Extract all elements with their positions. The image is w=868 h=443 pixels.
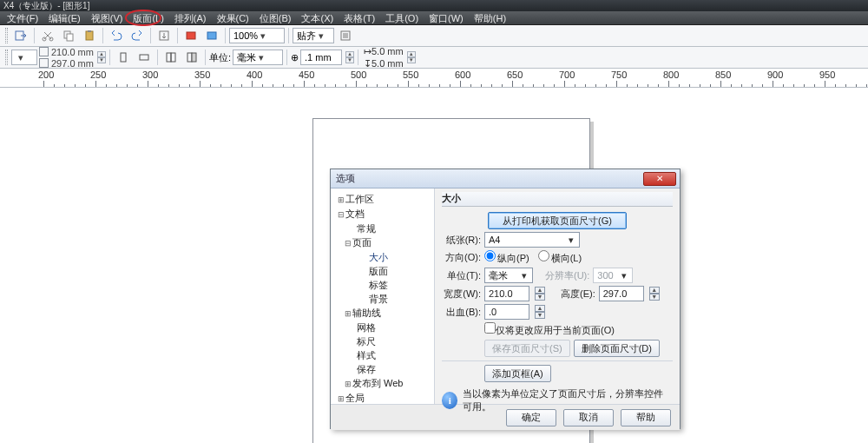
menu-bitmap[interactable]: 位图(B): [254, 11, 297, 24]
svg-rect-8: [187, 32, 195, 39]
menu-help[interactable]: 帮助(H): [469, 11, 511, 24]
height-spinner[interactable]: ▲▼: [649, 287, 660, 301]
dimension-spinner[interactable]: ▲▼: [97, 51, 106, 63]
zoom-combo[interactable]: 100% ▾: [229, 28, 285, 43]
menu-tools[interactable]: 工具(O): [380, 11, 424, 24]
chevron-down-icon: ▾: [16, 52, 26, 63]
dup-spinner[interactable]: ▲▼: [407, 51, 416, 63]
menu-bar: 文件(F) 编辑(E) 视图(V) 版面(L) 排列(A) 效果(C) 位图(B…: [0, 11, 868, 25]
tree-global[interactable]: ⊞全局: [331, 391, 434, 404]
horizontal-ruler[interactable]: 2002503003504004505005506006507007508008…: [0, 69, 868, 88]
chevron-down-icon: ▾: [256, 52, 266, 63]
chevron-down-icon: ▾: [618, 270, 630, 281]
svg-rect-16: [192, 53, 196, 62]
nudge-icon: ⊕: [291, 52, 299, 63]
menu-arrange[interactable]: 排列(A): [169, 11, 212, 24]
svg-rect-6: [88, 30, 91, 32]
copy-icon[interactable]: [59, 27, 78, 44]
portrait-icon[interactable]: [114, 49, 133, 66]
add-frame-button[interactable]: 添加页框(A): [484, 365, 551, 382]
cut-icon[interactable]: [38, 27, 57, 44]
nudge-value: .1 mm: [305, 52, 332, 63]
tree-publish-web[interactable]: ⊞发布到 Web: [331, 376, 434, 391]
tree-rulers[interactable]: 标尺: [331, 334, 434, 348]
menu-table[interactable]: 表格(T): [339, 11, 380, 24]
menu-effects[interactable]: 效果(C): [212, 11, 254, 24]
toolbar-handle[interactable]: [5, 28, 8, 43]
apply-current-checkbox[interactable]: 仅将更改应用于当前页面(O): [484, 322, 615, 337]
tree-background[interactable]: 背景: [331, 292, 434, 306]
import-icon[interactable]: [155, 27, 174, 44]
dup-y-icon: ↧: [364, 58, 372, 69]
dialog-title-bar[interactable]: 选项 ✕: [331, 169, 680, 188]
from-printer-button[interactable]: 从打印机获取页面尺寸(G): [488, 212, 627, 229]
width-icon: [39, 47, 49, 56]
tree-label[interactable]: 标签: [331, 278, 434, 292]
tree-workspace[interactable]: ⊞工作区: [331, 192, 434, 207]
delete-size-button[interactable]: 删除页面尺寸(D): [574, 340, 660, 357]
svg-rect-4: [67, 34, 73, 41]
cancel-button[interactable]: 取消: [563, 409, 614, 426]
tree-document[interactable]: ⊟文档: [331, 207, 434, 222]
nudge-input[interactable]: .1 mm: [300, 50, 342, 65]
all-pages-icon[interactable]: [161, 49, 181, 66]
nudge-spinner[interactable]: ▲▼: [345, 51, 354, 63]
tree-general[interactable]: 常规: [331, 222, 434, 235]
options-tree[interactable]: ⊞工作区 ⊟文档 常规 ⊟页面 大小 版面 标签 背景 ⊞辅助线 网格 标尺 样…: [331, 188, 435, 404]
landscape-icon[interactable]: [135, 49, 154, 66]
portrait-radio[interactable]: 纵向(P): [484, 250, 529, 265]
launch-app-icon[interactable]: [181, 27, 201, 44]
tree-styles[interactable]: 样式: [331, 348, 434, 362]
menu-view[interactable]: 视图(V): [86, 11, 128, 24]
undo-icon[interactable]: [107, 27, 126, 44]
bleed-label: 出血(B):: [442, 306, 481, 319]
height-label: 高度(E):: [561, 288, 595, 301]
close-button[interactable]: ✕: [643, 172, 676, 186]
zoom-value: 100%: [233, 30, 258, 41]
units-value: 毫米: [489, 269, 508, 282]
tree-guidelines[interactable]: ⊞辅助线: [331, 306, 434, 321]
options-icon[interactable]: [336, 27, 355, 44]
paper-combo[interactable]: A4 ▾: [484, 232, 580, 248]
menu-window[interactable]: 窗口(W): [424, 11, 469, 24]
width-label: 宽度(W):: [442, 288, 481, 301]
paste-icon[interactable]: [80, 27, 99, 44]
current-page-icon[interactable]: [182, 49, 201, 66]
snap-combo[interactable]: 贴齐 ▾: [293, 28, 334, 43]
units-combo[interactable]: 毫米 ▾: [233, 50, 283, 65]
width-spinner[interactable]: ▲▼: [535, 287, 545, 301]
landscape-radio[interactable]: 横向(L): [538, 250, 582, 265]
width-input[interactable]: 210.0: [484, 286, 529, 301]
tree-page[interactable]: ⊟页面: [331, 235, 434, 250]
panel-title: 大小: [442, 192, 673, 207]
redo-icon[interactable]: [128, 27, 147, 44]
menu-text[interactable]: 文本(X): [296, 11, 339, 24]
menu-edit[interactable]: 编辑(E): [43, 11, 86, 24]
info-icon: i: [442, 392, 457, 409]
export-icon[interactable]: [11, 27, 30, 44]
help-button[interactable]: 帮助: [621, 409, 671, 426]
chevron-down-icon: ▾: [518, 270, 530, 281]
standard-toolbar: 100% ▾ 贴齐 ▾: [0, 25, 868, 47]
tree-layout[interactable]: 版面: [331, 264, 434, 278]
toolbar-handle[interactable]: [5, 50, 8, 65]
chevron-down-icon: ▾: [258, 30, 268, 42]
svg-rect-15: [187, 53, 192, 62]
duplicate-distance: ↦ 5.0 mm ↧ 5.0 mm: [364, 46, 404, 69]
bleed-input[interactable]: .0: [484, 304, 529, 320]
app-title-bar: X4（专业版）- [图形1]: [0, 0, 868, 11]
units-combo[interactable]: 毫米 ▾: [484, 268, 533, 283]
bleed-spinner[interactable]: ▲▼: [535, 305, 545, 319]
tree-size[interactable]: 大小: [331, 250, 434, 264]
paper-type-combo[interactable]: ▾: [11, 50, 37, 65]
ok-button[interactable]: 确定: [506, 409, 556, 426]
tree-save[interactable]: 保存: [331, 362, 434, 376]
dialog-title: 选项: [336, 172, 355, 185]
options-dialog: 选项 ✕ ⊞工作区 ⊟文档 常规 ⊟页面 大小 版面 标签 背景 ⊞辅助线 网格…: [330, 169, 681, 429]
menu-file[interactable]: 文件(F): [2, 11, 43, 24]
tree-grid[interactable]: 网格: [331, 321, 434, 334]
height-input[interactable]: 297.0: [599, 286, 644, 301]
svg-rect-5: [86, 31, 93, 40]
welcome-screen-icon[interactable]: [202, 27, 221, 44]
menu-layout[interactable]: 版面(L): [128, 11, 168, 24]
